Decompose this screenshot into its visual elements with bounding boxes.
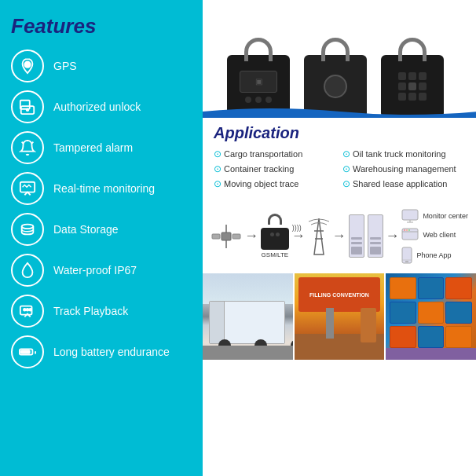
app-item-5: ⊙ Shared lease application [342, 177, 465, 191]
right-panel: ▣ [203, 0, 476, 476]
svg-point-29 [406, 229, 408, 231]
app-item-0: ⊙ Cargo transportation [214, 147, 336, 161]
track-icon [11, 295, 44, 328]
application-section: Application ⊙ Cargo transportation ⊙ Oil… [203, 118, 476, 199]
tower-diagram [308, 217, 330, 256]
app-item-1: ⊙ Container tracking [214, 162, 336, 176]
svg-point-12 [29, 309, 31, 311]
app-label-0: Cargo transportation [224, 148, 302, 161]
feature-track-playback: Track Playback [11, 295, 192, 328]
svg-line-6 [32, 142, 34, 144]
app-item-3: ⊙ Oil tank truck monitoring [342, 147, 465, 161]
gps-label: GPS [53, 60, 77, 72]
tampered-alarm-label: Tampered alarm [53, 141, 133, 154]
arrow-3: → [332, 228, 346, 244]
svg-point-8 [22, 225, 34, 229]
feature-data-storage: Data Storage [11, 213, 192, 246]
diagram: → )))) GSM/LTE → [203, 199, 476, 273]
disk-4 [370, 242, 381, 244]
realtime-label: Real-time monitoring [53, 182, 155, 195]
track-playback-label: Track Playback [53, 305, 128, 317]
battery-icon [11, 335, 44, 368]
servers-diagram [349, 214, 383, 258]
waterproof-icon [11, 254, 44, 287]
arrow-1: → [244, 228, 258, 244]
waterproof-label: Water-proof IP67 [53, 264, 137, 276]
app-item-4: ⊙ Warehousing management [342, 162, 465, 176]
app-items-grid: ⊙ Cargo transportation ⊙ Oil tank truck … [214, 147, 465, 191]
battery-label: Long battery endurance [53, 346, 170, 358]
web-client-label: Web client [423, 231, 456, 239]
app-label-2: Moving object trace [224, 178, 298, 191]
feature-realtime-monitoring: Real-time monitoring [11, 172, 192, 205]
satellite-icon [211, 222, 242, 251]
svg-rect-16 [212, 234, 220, 239]
data-storage-label: Data Storage [53, 223, 119, 236]
arrow-4: → [385, 228, 399, 244]
bottom-photos: FILLING CONVENTION [203, 273, 476, 360]
disk-2 [351, 242, 362, 244]
svg-point-0 [24, 62, 30, 68]
bullet-2: ⊙ [214, 177, 222, 191]
feature-waterproof: Water-proof IP67 [11, 254, 192, 287]
authorized-unlock-label: Authorized unlock [53, 101, 141, 113]
tower-icon [308, 217, 330, 256]
server-2 [368, 214, 383, 258]
containers-photo [386, 273, 476, 360]
gps-icon [11, 49, 44, 82]
monitor-item: Monitor center [401, 209, 468, 223]
app-item-2: ⊙ Moving object trace [214, 177, 336, 191]
alarm-icon [11, 131, 44, 164]
monitor-label: Monitor center [423, 212, 468, 220]
app-label-3: Oil tank truck monitoring [353, 148, 446, 161]
web-client-icon [401, 228, 419, 242]
app-label-5: Shared lease application [353, 178, 447, 191]
satellite-diagram [211, 222, 242, 251]
application-title: Application [214, 124, 465, 142]
svg-rect-15 [222, 233, 231, 240]
feature-gps: GPS [11, 49, 192, 82]
svg-point-10 [24, 309, 26, 311]
feature-tampered-alarm: Tampered alarm [11, 131, 192, 164]
svg-rect-17 [233, 234, 240, 239]
svg-point-30 [408, 229, 410, 231]
disk-3 [370, 237, 381, 240]
svg-point-11 [27, 309, 29, 311]
left-panel: Features GPS Authorized unlock [0, 0, 203, 476]
svg-marker-20 [314, 218, 324, 254]
bullet-4: ⊙ [342, 162, 350, 176]
product-images: ▣ [203, 0, 476, 118]
disk-1 [351, 237, 362, 240]
authorized-unlock-icon [11, 90, 44, 123]
bullet-3: ⊙ [342, 147, 350, 161]
truck-photo [203, 273, 293, 360]
web-client-item: Web client [401, 228, 468, 242]
phone-app-label: Phone App [416, 251, 451, 259]
app-label-1: Container tracking [224, 163, 294, 176]
svg-point-3 [27, 108, 29, 111]
svg-rect-14 [21, 350, 30, 353]
gas-station-photo: FILLING CONVENTION [295, 273, 385, 360]
storage-icon [11, 213, 44, 246]
phone-app-item: Phone App [401, 247, 468, 264]
monitor-icon [401, 209, 419, 223]
svg-rect-31 [402, 247, 412, 263]
app-label-4: Warehousing management [353, 163, 456, 176]
realtime-icon [11, 172, 44, 205]
feature-authorized-unlock: Authorized unlock [11, 90, 192, 123]
svg-line-5 [22, 142, 24, 144]
right-endpoints: Monitor center Web client Phone [401, 209, 468, 264]
svg-point-28 [404, 229, 405, 231]
server-1 [349, 214, 364, 258]
features-title: Features [11, 14, 192, 38]
bullet-1: ⊙ [214, 162, 222, 176]
bullet-0: ⊙ [214, 147, 222, 161]
feature-battery: Long battery endurance [11, 335, 192, 368]
bullet-5: ⊙ [342, 177, 350, 191]
svg-rect-23 [402, 210, 418, 220]
phone-icon [401, 247, 412, 264]
gsm-label: GSM/LTE [262, 251, 289, 258]
lock-signal: )))) GSM/LTE [261, 214, 289, 258]
